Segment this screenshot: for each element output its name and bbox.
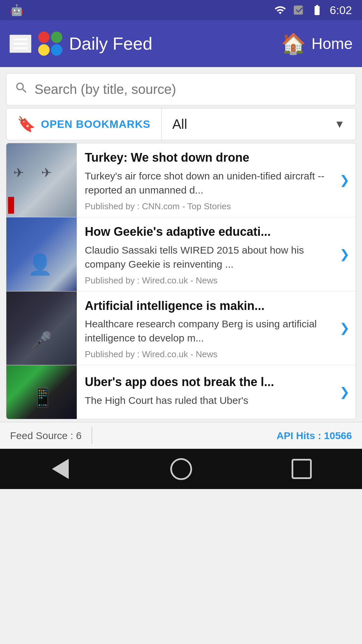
- news-source: Published by : Wired.co.uk - News: [85, 275, 333, 286]
- news-thumbnail: [6, 365, 77, 419]
- recents-button[interactable]: [287, 454, 317, 484]
- news-content: Turkey: We shot down drone Turkey's air …: [77, 143, 340, 217]
- filter-label: All: [172, 117, 187, 132]
- footer-divider: [92, 427, 92, 444]
- news-source: Published by : CNN.com - Top Stories: [85, 201, 333, 212]
- news-item[interactable]: Turkey: We shot down drone Turkey's air …: [6, 143, 356, 217]
- news-item[interactable]: How Geekie's adaptive educati... Claudio…: [6, 217, 356, 291]
- news-excerpt: The High Court has ruled that Uber's: [85, 393, 333, 408]
- news-title: Artificial intelligence is makin...: [85, 298, 333, 314]
- news-title: How Geekie's adaptive educati...: [85, 224, 333, 240]
- app-bar: Daily Feed 🏠 Home: [0, 20, 362, 67]
- flag-decoration: [8, 197, 14, 214]
- logo-petal-blue: [51, 44, 62, 56]
- news-content: Artificial intelligence is makin... Heal…: [77, 291, 340, 365]
- feed-source-label: Feed Source : 6: [10, 430, 81, 441]
- chevron-right-icon: ❯: [340, 143, 356, 217]
- news-excerpt: Turkey's air force shot down an uniden-t…: [85, 169, 333, 197]
- news-title: Uber's app does not break the l...: [85, 374, 333, 390]
- app-title: Daily Feed: [69, 34, 153, 54]
- bookmark-icon: 🔖: [17, 115, 36, 133]
- news-item[interactable]: Artificial intelligence is makin... Heal…: [6, 291, 356, 366]
- news-thumbnail: [6, 217, 77, 291]
- chevron-right-icon: ❯: [340, 217, 356, 291]
- news-item[interactable]: Uber's app does not break the l... The H…: [6, 365, 356, 419]
- news-excerpt: Healthcare research company Berg is usin…: [85, 317, 333, 345]
- status-time: 6:02: [330, 4, 352, 17]
- search-bar[interactable]: [6, 73, 356, 105]
- app-logo: [38, 32, 62, 56]
- logo-petal-green: [51, 32, 62, 43]
- news-content: Uber's app does not break the l... The H…: [77, 365, 340, 419]
- home-nav-button[interactable]: [166, 454, 196, 484]
- app-logo-area: Daily Feed: [38, 32, 153, 56]
- robot-icon: 🤖: [10, 4, 23, 16]
- search-input[interactable]: [35, 82, 348, 97]
- bottom-navigation: [0, 449, 362, 489]
- news-thumbnail: [6, 291, 77, 365]
- news-source: Published by : Wired.co.uk - News: [85, 349, 333, 360]
- news-content: How Geekie's adaptive educati... Claudio…: [77, 217, 340, 291]
- news-excerpt: Claudio Sassaki tells WIRED 2015 about h…: [85, 243, 333, 271]
- filter-dropdown[interactable]: All ▼: [162, 117, 356, 132]
- news-thumbnail: [6, 143, 77, 217]
- open-bookmarks-button[interactable]: 🔖 OPEN BOOKMARKS: [6, 108, 162, 140]
- api-hits-label: API Hits : 10566: [277, 430, 352, 441]
- news-title: Turkey: We shot down drone: [85, 150, 333, 166]
- status-bar: 🤖 6:02: [0, 0, 362, 20]
- logo-petal-red: [38, 32, 50, 43]
- bookmarks-label: OPEN BOOKMARKS: [41, 118, 150, 130]
- signal-icon: [292, 4, 304, 16]
- wifi-icon: [274, 4, 286, 16]
- battery-icon: [310, 4, 324, 16]
- chevron-right-icon: ❯: [340, 365, 356, 419]
- chevron-down-icon: ▼: [334, 118, 345, 130]
- toolbar-row: 🔖 OPEN BOOKMARKS All ▼: [6, 108, 356, 140]
- search-icon: [14, 81, 28, 98]
- home-label: Home: [311, 35, 353, 53]
- home-icon: 🏠: [281, 32, 306, 56]
- news-feed: Turkey: We shot down drone Turkey's air …: [6, 143, 356, 419]
- chevron-right-icon: ❯: [340, 291, 356, 365]
- footer-bar: Feed Source : 6 API Hits : 10566: [0, 422, 362, 449]
- hamburger-button[interactable]: [9, 35, 32, 53]
- home-button[interactable]: 🏠 Home: [281, 32, 353, 56]
- logo-petal-yellow: [38, 44, 50, 56]
- back-button[interactable]: [45, 454, 75, 484]
